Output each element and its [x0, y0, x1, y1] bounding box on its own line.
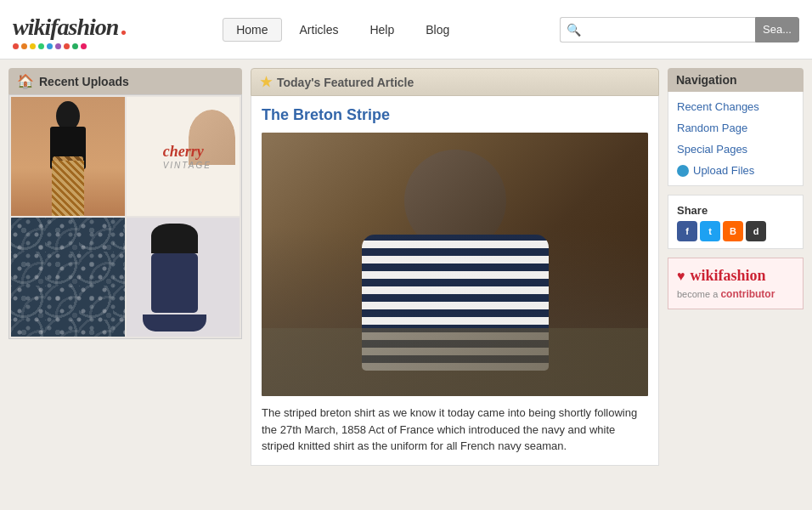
contributor-link[interactable]: contributor: [720, 288, 775, 300]
contribute-sub: become a contributor: [677, 288, 775, 300]
navigation-header: Navigation: [668, 68, 804, 92]
nav-random-page[interactable]: Random Page: [668, 117, 803, 139]
upload-cell-4[interactable]: [127, 218, 240, 337]
search-area: 🔍 Sea...: [560, 17, 799, 42]
upload-image-3: [11, 218, 125, 337]
site-header: wikifashion. Home Articles Help Blog 🔍 S…: [0, 0, 812, 60]
upload-files-label: Upload Files: [693, 164, 754, 177]
blogger-share-button[interactable]: B: [723, 221, 743, 241]
upload-icon: [677, 165, 689, 177]
facebook-share-button[interactable]: f: [677, 221, 697, 241]
logo-text: wikifashion.: [13, 10, 126, 42]
main-navigation: Home Articles Help Blog: [223, 18, 463, 42]
home-icon: 🏠: [17, 73, 34, 89]
center-column: ★ Today's Featured Article The Breton St…: [251, 68, 659, 466]
upload-cell-2[interactable]: cherry vintage: [127, 97, 240, 216]
digg-share-button[interactable]: d: [746, 221, 766, 241]
logo-dots: [13, 43, 126, 49]
article-text: The striped breton shirt as we know it t…: [262, 405, 648, 455]
nav-articles[interactable]: Articles: [286, 18, 352, 42]
upload-image-4: [127, 218, 240, 337]
twitter-share-button[interactable]: t: [700, 221, 720, 241]
upload-files-link[interactable]: Upload Files: [668, 160, 803, 181]
site-logo[interactable]: wikifashion.: [13, 10, 126, 49]
nav-home[interactable]: Home: [223, 18, 281, 42]
navigation-content: Recent Changes Random Page Special Pages…: [668, 92, 804, 186]
search-wrapper: 🔍: [560, 17, 755, 42]
left-column: 🏠 Recent Uploads ch: [8, 68, 242, 466]
upload-cell-1[interactable]: [11, 97, 125, 216]
share-label: Share: [677, 204, 708, 217]
article-image: [262, 133, 648, 396]
uploads-grid: cherry vintage: [8, 94, 242, 339]
contributor-section: ♥ wikifashion become a contributor: [668, 258, 804, 309]
cherry-vintage-text: vintage: [163, 161, 211, 170]
nav-special-pages[interactable]: Special Pages: [668, 139, 803, 160]
nav-blog[interactable]: Blog: [412, 18, 463, 42]
nav-help[interactable]: Help: [356, 18, 408, 42]
main-content: 🏠 Recent Uploads ch: [0, 60, 812, 474]
featured-article-header: ★ Today's Featured Article: [251, 68, 659, 96]
recent-uploads-header: 🏠 Recent Uploads: [8, 68, 242, 94]
nav-recent-changes[interactable]: Recent Changes: [668, 96, 803, 117]
share-buttons: f t B d: [677, 221, 794, 241]
search-button[interactable]: Sea...: [755, 17, 799, 42]
right-column: Navigation Recent Changes Random Page Sp…: [668, 68, 804, 466]
upload-cell-3[interactable]: [11, 218, 125, 337]
article-title[interactable]: The Breton Stripe: [262, 106, 648, 124]
heart-icon: ♥: [677, 269, 685, 284]
star-icon: ★: [260, 74, 272, 90]
featured-header-title: Today's Featured Article: [277, 76, 414, 89]
search-input[interactable]: [560, 17, 755, 42]
cherry-brand-text: cherry: [163, 143, 211, 161]
upload-image-1: [11, 97, 125, 216]
featured-content: The Breton Stripe The striped breton shi…: [251, 96, 659, 466]
contribute-site-name: wikifashion: [691, 267, 766, 285]
upload-image-2: cherry vintage: [127, 97, 240, 216]
recent-uploads-title: Recent Uploads: [39, 75, 129, 88]
share-section: Share f t B d: [668, 195, 804, 249]
